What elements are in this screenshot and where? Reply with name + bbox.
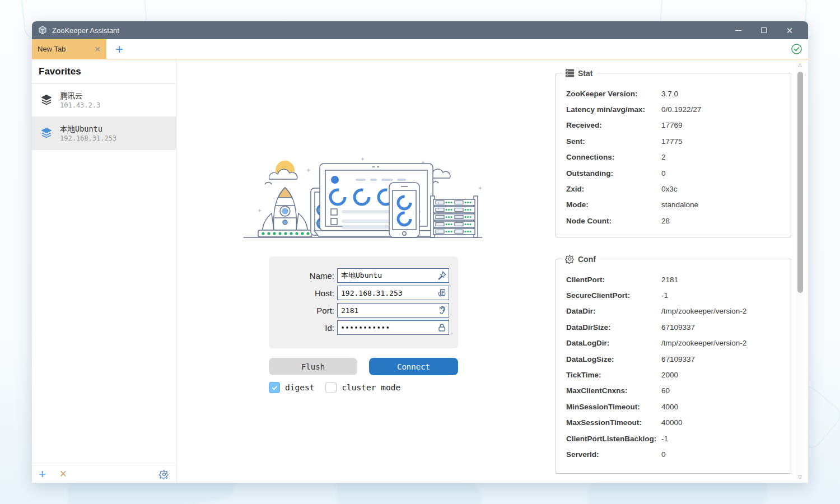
port-input[interactable]	[337, 303, 449, 318]
window-title: ZooKeeper Assistant	[52, 26, 119, 35]
sidebar-footer: + ✕	[32, 465, 176, 483]
form-options: digest cluster mode	[269, 382, 400, 393]
form-buttons: Flush Connect	[269, 358, 458, 375]
conf-row: SecureClientPort:-1	[556, 287, 791, 303]
favorite-ip: 192.168.31.253	[60, 134, 116, 143]
conf-row: ClientPortListenBacklog:-1	[556, 431, 791, 446]
id-input[interactable]	[337, 320, 449, 335]
app-cube-icon	[38, 25, 48, 35]
ear-icon	[437, 305, 447, 315]
tab-new-tab[interactable]: New Tab ✕	[32, 39, 106, 59]
cluster-mode-checkbox[interactable]	[325, 382, 337, 393]
node-cube-blue-icon	[40, 127, 53, 140]
cluster-mode-label: cluster mode	[342, 383, 400, 392]
titlebar[interactable]: ZooKeeper Assistant ✕	[32, 21, 808, 39]
stat-row: Mode:standalone	[556, 197, 791, 213]
server-stack-icon	[565, 68, 575, 78]
conf-row: MaxClientCnxns:60	[556, 383, 791, 399]
app-window: ZooKeeper Assistant ✕ New Tab ✕ +	[32, 21, 808, 483]
name-input[interactable]	[337, 268, 449, 283]
digest-label: digest	[285, 383, 314, 392]
favorite-item-local-ubuntu[interactable]: 本地Ubuntu 192.168.31.253	[32, 117, 176, 150]
card-icon	[437, 288, 447, 298]
conf-row: ServerId:0	[556, 446, 791, 462]
welcome-illustration	[242, 156, 483, 241]
stat-row: Sent:17775	[556, 133, 791, 149]
connection-form: Name: Host:	[269, 256, 458, 348]
conf-row: DataLogDir:/tmp/zookeeper/version-2	[556, 335, 791, 351]
connected-check-icon	[791, 39, 808, 59]
tab-label: New Tab	[38, 45, 66, 53]
conf-title: Conf	[578, 255, 596, 264]
conf-row: DataLogSize:67109337	[556, 351, 791, 367]
favorite-item-tencent[interactable]: 腾讯云 101.43.2.3	[32, 84, 176, 117]
conf-row: DataDirSize:67109337	[556, 319, 791, 335]
favorite-name: 本地Ubuntu	[60, 124, 116, 134]
stat-panel: Stat ZooKeeper Version:3.7.0 Latency min…	[556, 68, 791, 237]
node-cube-dark-icon	[40, 94, 53, 107]
pin-icon	[437, 270, 447, 281]
minimize-button[interactable]	[725, 21, 751, 39]
favorites-sidebar: Favorites 腾讯云 101.43.2.3	[32, 59, 176, 483]
name-label: Name:	[274, 271, 337, 281]
maximize-button[interactable]	[751, 21, 777, 39]
conf-row: MaxSessionTimeout:40000	[556, 415, 791, 431]
stat-row: ZooKeeper Version:3.7.0	[556, 86, 791, 101]
stat-row: Node Count:28	[556, 213, 791, 228]
favorite-name: 腾讯云	[60, 91, 100, 101]
add-favorite-button[interactable]: +	[39, 468, 46, 480]
scroll-up-icon[interactable]: △	[796, 60, 804, 69]
vertical-scrollbar[interactable]: △ ▽	[796, 59, 804, 483]
stat-title: Stat	[578, 69, 592, 78]
conf-row: TickTime:2000	[556, 367, 791, 382]
host-input[interactable]	[337, 286, 449, 300]
gear-icon	[565, 254, 575, 264]
flush-button[interactable]: Flush	[269, 358, 357, 375]
conf-panel: Conf ClientPort:2181 SecureClientPort:-1…	[556, 254, 791, 474]
favorite-ip: 101.43.2.3	[60, 101, 100, 110]
conf-row: ClientPort:2181	[556, 272, 791, 287]
close-button[interactable]: ✕	[777, 21, 802, 39]
main-panel: Name: Host:	[176, 59, 808, 483]
scroll-down-icon[interactable]: ▽	[796, 473, 804, 482]
conf-row: DataDir:/tmp/zookeeper/version-2	[556, 304, 791, 319]
tab-close-icon[interactable]: ✕	[94, 45, 101, 54]
settings-gear-icon[interactable]	[159, 469, 169, 479]
host-label: Host:	[274, 288, 337, 298]
stat-row: Outstanding:0	[556, 165, 791, 181]
desktop-background: ZooKeeper Assistant ✕ New Tab ✕ +	[0, 0, 840, 504]
scrollbar-thumb[interactable]	[797, 72, 803, 293]
stat-row: Latency min/avg/max:0/0.1922/27	[556, 101, 791, 117]
conf-row: MinSessionTimeout:4000	[556, 399, 791, 414]
digest-checkbox[interactable]	[269, 382, 280, 393]
new-tab-button[interactable]: +	[106, 39, 132, 59]
lock-icon	[437, 323, 447, 333]
stat-row: Zxid:0x3c	[556, 181, 791, 197]
remove-favorite-button[interactable]: ✕	[59, 468, 67, 480]
port-label: Port:	[274, 306, 337, 315]
stat-row: Connections:2	[556, 150, 791, 165]
id-label: Id:	[274, 323, 337, 333]
tab-bar: New Tab ✕ +	[32, 39, 808, 59]
connect-button[interactable]: Connect	[369, 358, 458, 375]
favorites-header: Favorites	[32, 59, 176, 84]
stat-row: Received:17769	[556, 118, 791, 133]
